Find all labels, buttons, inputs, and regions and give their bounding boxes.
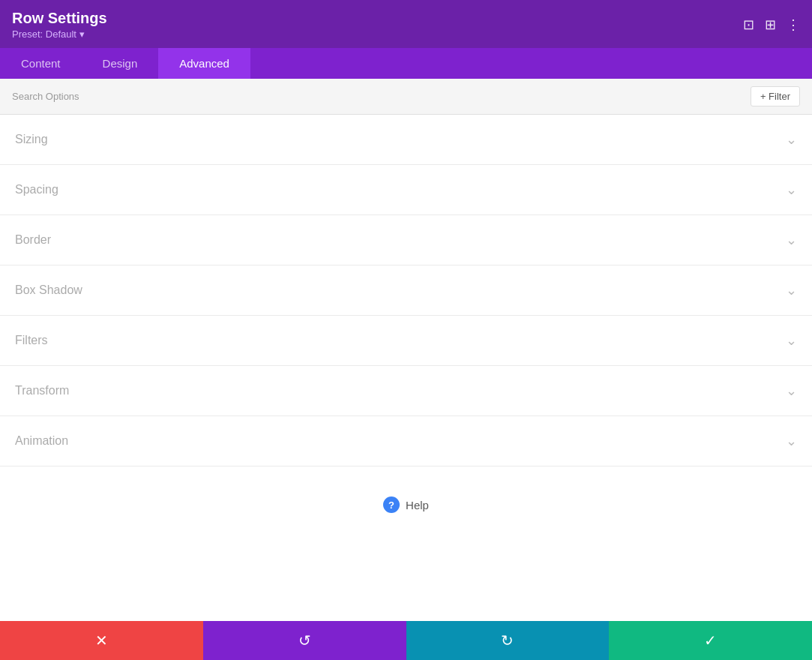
tab-advanced[interactable]: Advanced: [158, 48, 250, 79]
page-title: Row Settings: [12, 10, 107, 27]
help-link[interactable]: Help: [406, 499, 429, 512]
expand-icon[interactable]: ⊡: [743, 16, 754, 33]
tab-content[interactable]: Content: [0, 48, 82, 79]
section-transform-label: Transform: [15, 384, 69, 398]
redo-button[interactable]: ↻: [406, 621, 610, 660]
chevron-down-icon: ⌄: [786, 282, 797, 298]
section-filters-label: Filters: [15, 334, 48, 347]
section-filters[interactable]: Filters ⌄: [0, 316, 812, 366]
header: Row Settings Preset: Default ⊡ ⊞ ⋮: [0, 0, 812, 48]
chevron-down-icon: ⌄: [786, 382, 797, 399]
section-spacing[interactable]: Spacing ⌄: [0, 165, 812, 215]
filter-button[interactable]: Filter: [751, 86, 800, 106]
section-sizing-label: Sizing: [15, 133, 48, 146]
header-icons: ⊡ ⊞ ⋮: [743, 16, 800, 33]
help-area: ? Help: [0, 466, 812, 528]
cancel-icon: ✕: [95, 632, 108, 650]
redo-icon: ↻: [501, 632, 514, 650]
chevron-down-icon: ⌄: [786, 332, 797, 349]
section-animation[interactable]: Animation ⌄: [0, 416, 812, 466]
section-spacing-label: Spacing: [15, 183, 58, 196]
section-box-shadow-label: Box Shadow: [15, 284, 82, 297]
save-button[interactable]: ✓: [609, 621, 812, 660]
chevron-down-icon: ⌄: [786, 433, 797, 449]
section-animation-label: Animation: [15, 434, 68, 448]
reset-icon: ↺: [298, 632, 311, 650]
cancel-button[interactable]: ✕: [0, 621, 203, 660]
help-icon: ?: [383, 496, 400, 513]
reset-button[interactable]: ↺: [203, 621, 406, 660]
preset-selector[interactable]: Preset: Default: [12, 28, 107, 40]
tab-design[interactable]: Design: [82, 48, 159, 79]
chevron-down-icon: ⌄: [786, 131, 797, 148]
section-transform[interactable]: Transform ⌄: [0, 366, 812, 416]
layout-icon[interactable]: ⊞: [765, 16, 776, 33]
header-title-group: Row Settings Preset: Default: [12, 10, 107, 40]
more-options-icon[interactable]: ⋮: [787, 16, 800, 33]
section-border-label: Border: [15, 233, 51, 247]
chevron-down-icon: ⌄: [786, 232, 797, 248]
section-sizing[interactable]: Sizing ⌄: [0, 115, 812, 165]
main-content: Sizing ⌄ Spacing ⌄ Border ⌄ Box Shadow ⌄…: [0, 115, 812, 621]
section-box-shadow[interactable]: Box Shadow ⌄: [0, 266, 812, 316]
section-border[interactable]: Border ⌄: [0, 215, 812, 266]
search-bar: Search Options Filter: [0, 79, 812, 115]
chevron-down-icon: ⌄: [786, 182, 797, 198]
save-icon: ✓: [704, 632, 717, 650]
footer: ✕ ↺ ↻ ✓: [0, 621, 812, 660]
tab-bar: Content Design Advanced: [0, 48, 812, 79]
search-label: Search Options: [12, 91, 79, 102]
